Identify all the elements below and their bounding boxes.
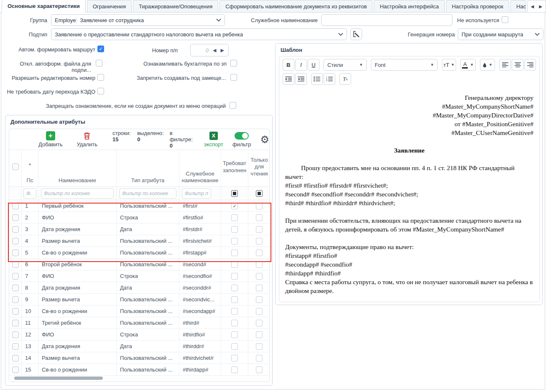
required-checkbox[interactable] [231,355,238,361]
column-header-pos[interactable]: ▲ Пс [22,150,38,186]
filter-type-input[interactable] [119,188,176,199]
readonly-checkbox[interactable] [256,273,263,280]
readonly-checkbox[interactable] [256,296,263,303]
off-autoform-checkbox[interactable] [96,60,102,66]
bold-button[interactable]: B [283,59,294,71]
row-select-checkbox[interactable] [12,261,19,268]
readonly-checkbox[interactable] [256,355,263,361]
horizontal-scrollbar[interactable] [9,376,269,381]
table-row[interactable]: 13Дата рожденияДата#thirddr# [9,341,269,352]
tab-replication-notifications[interactable]: Тиражирование/Оповещения [133,0,218,12]
align-left-button[interactable] [499,59,511,71]
row-select-checkbox[interactable] [12,249,19,256]
underline-button[interactable]: U [308,59,319,71]
italic-button[interactable]: I [295,59,307,71]
table-row[interactable]: 15Св-во о рожденииПользовательский ...#t… [9,364,269,376]
align-right-button[interactable] [524,59,536,71]
row-select-checkbox[interactable] [12,296,19,303]
acquaint-accountant-checkbox[interactable] [230,60,237,66]
table-row[interactable]: 3Дата рожденияДата#firstdr# [9,224,269,235]
readonly-checkbox[interactable] [256,308,263,315]
font-select[interactable]: Font▼ [371,59,438,71]
bullet-list-button[interactable] [311,73,323,85]
tab-main-characteristics[interactable]: Основные характеристики [2,0,86,13]
required-checkbox[interactable] [231,226,238,233]
filter-readonly-checkbox[interactable] [256,190,263,197]
required-checkbox[interactable] [231,308,238,315]
gear-icon[interactable]: ⚙ [260,135,269,145]
table-row[interactable]: 9Размер вычетаПользовательский ...#secon… [9,294,269,305]
required-checkbox[interactable] [231,273,238,280]
forbid-acquaint-checkbox[interactable] [230,102,236,109]
row-select-checkbox[interactable] [12,214,19,221]
required-checkbox[interactable] [231,331,238,338]
column-header-service[interactable]: Служебное наименование [179,150,221,186]
required-checkbox[interactable] [231,238,238,244]
subtype-select[interactable]: Заявление о предоставлении стандартного … [51,28,347,40]
row-select-checkbox[interactable] [12,343,19,350]
required-checkbox[interactable] [231,214,238,221]
numbered-list-button[interactable]: 123 [324,73,335,85]
filter-pos-input[interactable] [23,188,36,199]
text-color-button[interactable]: A ▼ [460,59,476,71]
row-select-checkbox[interactable] [12,367,19,373]
row-select-checkbox[interactable] [12,308,19,315]
row-select-checkbox[interactable] [12,226,19,233]
table-row[interactable]: 4Размер вычетаПользовательский ...#first… [9,235,269,247]
row-select-checkbox[interactable] [12,238,19,244]
required-checkbox[interactable]: ✓ [231,203,238,209]
table-row[interactable]: 6Второй ребёнокПользовательский ...#seco… [9,259,269,270]
select-all-checkbox[interactable] [12,163,19,170]
filter-service-input[interactable] [182,188,211,199]
outdent-button[interactable] [283,73,294,85]
forbid-substitute-checkbox[interactable] [230,74,237,81]
tab-check-settings[interactable]: Настройка проверок [446,0,509,12]
filter-required-checkbox[interactable] [231,190,238,197]
readonly-checkbox[interactable] [256,367,263,373]
highlight-color-button[interactable]: ▼ [480,59,495,71]
readonly-checkbox[interactable] [256,331,263,338]
row-select-checkbox[interactable] [12,203,19,209]
readonly-checkbox[interactable] [256,226,263,233]
readonly-checkbox[interactable] [256,285,263,291]
readonly-checkbox[interactable] [256,320,263,326]
column-header-type[interactable]: Тип атрибута [117,150,179,186]
styles-select[interactable]: Стили▼ [324,59,367,71]
not-used-checkbox[interactable] [502,16,508,23]
required-checkbox[interactable] [231,367,238,373]
table-row[interactable]: 1Первый ребёнокПользовательский ...#firs… [9,200,269,212]
rich-text-editor[interactable]: B I U Стили▼ Font▼ тТ▼ A ▼ ▼ [279,56,540,302]
readonly-checkbox[interactable] [256,238,263,244]
number-generation-select[interactable]: При создании маршрута [458,28,543,40]
stepper-right-icon[interactable]: ▶ [221,48,224,53]
row-select-checkbox[interactable] [12,355,19,361]
column-header-name[interactable]: Наименование [38,150,117,186]
tab-scroll-left-icon[interactable]: ◀ [531,4,534,9]
table-row[interactable]: 5Св-во о рожденииПользовательский ...#fi… [9,247,269,259]
tab-settings-truncated[interactable]: Настройка [510,0,526,12]
table-row[interactable]: 2ФИОСтрока#firstfio# [9,212,269,224]
tab-scroll-right-icon[interactable]: ▶ [539,4,542,9]
required-checkbox[interactable] [231,320,238,326]
tab-generate-document-name[interactable]: Сформировать наименование документа из р… [219,0,373,12]
row-select-checkbox[interactable] [12,320,19,326]
required-checkbox[interactable] [231,249,238,256]
scrollbar-thumb[interactable] [14,377,103,380]
readonly-checkbox[interactable] [256,214,263,221]
required-checkbox[interactable] [231,285,238,291]
group-select[interactable]: Employee! Заявление от сотрудника [51,14,225,26]
required-checkbox[interactable] [231,296,238,303]
column-header-readonly[interactable]: Толькодлячтения [248,150,270,186]
font-size-button[interactable]: тТ▼ [442,59,456,71]
readonly-checkbox[interactable] [256,343,263,350]
subtype-picker-button[interactable] [350,28,362,40]
required-checkbox[interactable] [231,261,238,268]
table-row[interactable]: 14Размер вычетаПользовательский ...#thir… [9,352,269,364]
readonly-checkbox[interactable] [256,249,263,256]
number-pp-stepper[interactable]: 0 ◀ ▶ [190,44,229,56]
add-button[interactable]: + Добавить [38,131,62,148]
table-row[interactable]: 10Св-во о рожденииПользовательский ...#s… [9,305,269,317]
delete-button[interactable]: Удалить [77,131,97,148]
row-select-checkbox[interactable] [12,273,19,280]
table-row[interactable]: 12ФИОСтрока#thirdfio# [9,329,269,341]
